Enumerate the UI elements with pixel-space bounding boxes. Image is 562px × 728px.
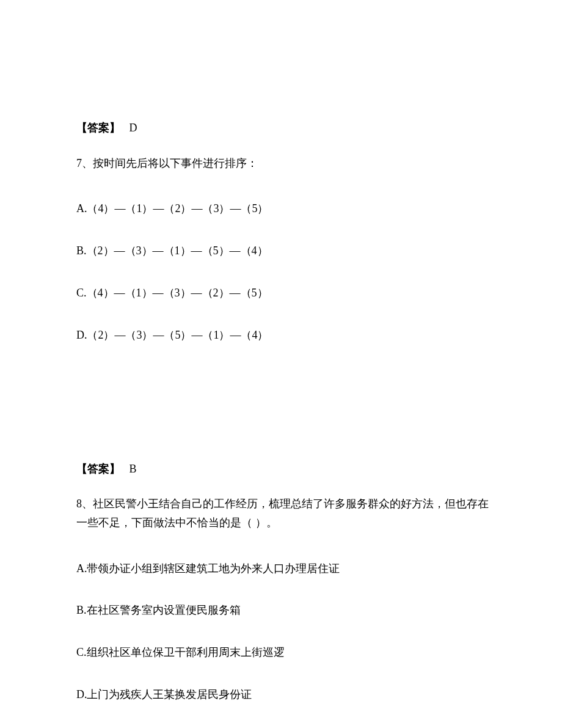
question-7-text: 7、按时间先后将以下事件进行排序： [76,154,492,173]
answer-value: B [130,463,137,475]
question-8-option-c: C.组织社区单位保卫干部利用周末上街巡逻 [76,644,492,661]
answer-6: 【答案】 D [76,119,492,137]
question-number: 7、 [76,157,93,169]
question-number: 8、 [76,498,93,510]
answer-value: D [130,122,137,134]
question-8-option-d: D.上门为残疾人王某换发居民身份证 [76,686,492,704]
answer-7: 【答案】 B [76,460,492,478]
answer-label: 【答案】 [76,463,120,475]
question-text: 社区民警小王结合自己的工作经历，梳理总结了许多服务群众的好方法，但也存在一些不足… [76,498,489,529]
question-7-option-d: D.（2）—（3）—（5）—（1）—（4） [76,326,492,344]
question-7-option-b: B.（2）—（3）—（1）—（5）—（4） [76,242,492,260]
question-8-text: 8、社区民警小王结合自己的工作经历，梳理总结了许多服务群众的好方法，但也存在一些… [76,495,492,532]
question-8-option-b: B.在社区警务室内设置便民服务箱 [76,601,492,619]
question-7-option-a: A.（4）—（1）—（2）—（3）—（5） [76,200,492,218]
answer-label: 【答案】 [76,122,120,134]
question-8-option-a: A.带领办证小组到辖区建筑工地为外来人口办理居住证 [76,560,492,578]
document-content: 【答案】 D 7、按时间先后将以下事件进行排序： A.（4）—（1）—（2）—（… [0,0,562,704]
question-7-option-c: C.（4）—（1）—（3）—（2）—（5） [76,284,492,302]
question-text: 按时间先后将以下事件进行排序： [93,157,258,169]
